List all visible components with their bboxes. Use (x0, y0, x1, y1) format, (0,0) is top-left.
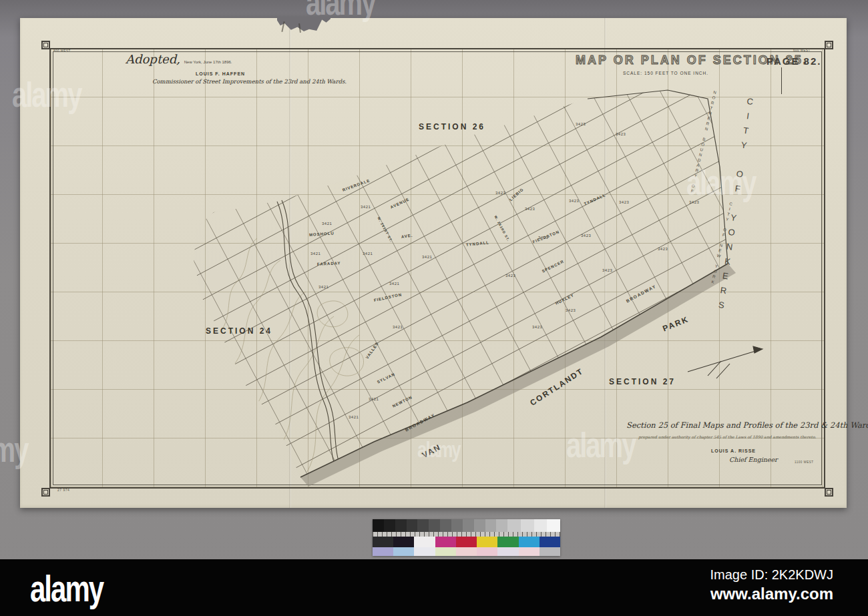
grayscale-strip (373, 519, 560, 532)
color-swatch (477, 547, 497, 556)
block-number: 3421 (310, 252, 320, 256)
adopted-date: New York, June 17th 1896. (184, 60, 232, 64)
scale-note: SCALE: 150 FEET TO ONE INCH. (623, 71, 708, 75)
page-number: PAGE 82. (767, 55, 821, 67)
color-calibration-bar (373, 519, 560, 556)
color-swatch (435, 537, 456, 547)
block-number: 3421 (349, 415, 359, 419)
color-swatch (435, 547, 456, 556)
alamy-watermark: alamy (417, 436, 460, 463)
edge-label-bottom-right: 1100 WEST (795, 460, 813, 464)
color-swatch (373, 537, 393, 547)
plate-number: 27 974 (57, 488, 69, 492)
alamy-logo: alamy (30, 569, 103, 610)
alamy-url-text: www.alamy.com (710, 585, 833, 603)
color-swatch (539, 547, 560, 556)
alamy-watermark: alamy (0, 430, 27, 470)
color-swatch (456, 547, 477, 556)
color-swatch (519, 537, 539, 547)
block-number: 3421 (369, 397, 379, 401)
stock-photo-page: Adopted, New York, June 17th 1896. LOUIS… (0, 0, 868, 616)
block-number: 3421 (361, 205, 371, 209)
footnote-title: Section 25 of Final Maps and Profiles of… (626, 420, 868, 430)
ruler-strip (373, 532, 560, 537)
block-number: 3423 (602, 268, 612, 272)
block-number: 3421 (363, 252, 373, 256)
block-number: 3423 (566, 308, 576, 312)
color-swatch (414, 547, 435, 556)
engineer-title: Chief Engineer (729, 456, 778, 463)
block-number: 3421 (318, 285, 329, 289)
color-swatch (497, 537, 518, 547)
block-number: 3423 (538, 236, 548, 240)
block-number: 3423 (495, 191, 505, 195)
footnote-subtitle: prepared under authority of chapter 545 … (638, 434, 816, 439)
color-swatch (519, 547, 539, 556)
block-number: 3423 (616, 132, 626, 136)
block-number: 3421 (422, 255, 432, 259)
block-number: 3421 (322, 222, 332, 226)
color-swatch (393, 547, 414, 556)
adopted-note: Adopted, New York, June 17th 1896. (126, 52, 232, 66)
color-swatch (539, 537, 560, 547)
color-swatch (373, 547, 393, 556)
section-26-label: SECTION 26 (419, 122, 485, 131)
color-swatch (456, 537, 477, 547)
adopted-word: Adopted, (126, 52, 180, 66)
block-number: 3423 (581, 234, 591, 238)
section-27-label: SECTION 27 (609, 377, 676, 386)
block-number: 3423 (576, 122, 586, 126)
image-id-text: Image ID: 2K2KDWJ (710, 567, 833, 583)
color-swatch-row-2 (373, 547, 560, 556)
block-number: 3423 (569, 199, 579, 203)
north-arrow (688, 346, 763, 378)
color-swatch-row-1 (373, 537, 560, 547)
block-number: 3423 (532, 325, 542, 329)
block-number: 3421 (389, 282, 399, 286)
commissioner-name: LOUIS F. HAFFEN (196, 71, 245, 76)
block-number: 3423 (525, 207, 535, 211)
block-number: 3423 (619, 200, 629, 204)
color-swatch (497, 547, 518, 556)
edge-label-top-left: 800 WEST (53, 49, 71, 53)
alamy-watermark: alamy (686, 164, 755, 203)
alamy-watermark: alamy (12, 75, 81, 115)
engineer-name: LOUIS A. RISSE (711, 448, 756, 453)
color-swatch (477, 537, 497, 547)
edge-label-top-right: 600 WEST (793, 49, 811, 52)
block-number: 3423 (658, 247, 668, 251)
block-number: 3421 (393, 325, 403, 329)
section-24-label: SECTION 24 (206, 326, 272, 336)
alamy-watermark: alamy (306, 0, 375, 23)
commissioner-title: Commissioner of Street Improvements of t… (152, 78, 347, 85)
block-number: 3423 (505, 274, 515, 278)
color-swatch (414, 537, 435, 547)
color-swatch (393, 537, 414, 547)
alamy-watermark: alamy (566, 426, 635, 465)
alamy-footer-bar: alamy Image ID: 2K2KDWJ www.alamy.com (0, 559, 868, 616)
